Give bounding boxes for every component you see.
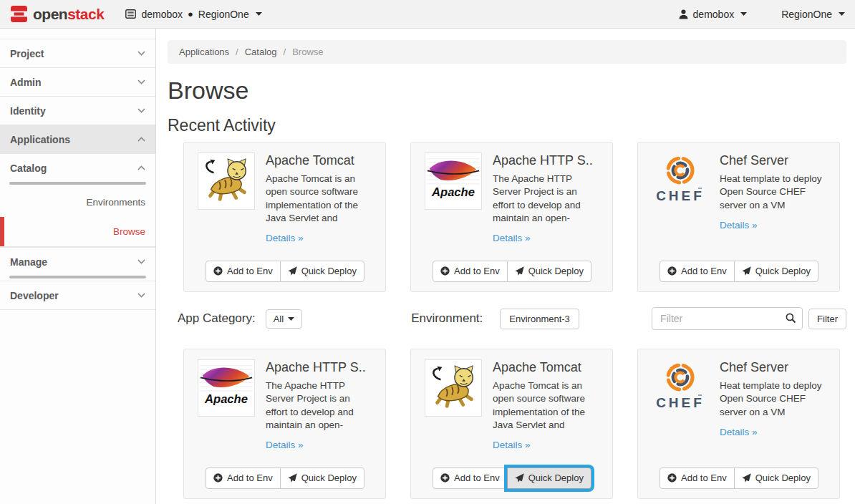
project-region-switcher[interactable]: demobox ● RegionOne bbox=[125, 9, 261, 20]
app-card-actions: Add to EnvQuick Deploy bbox=[425, 261, 599, 282]
environment-selector-button[interactable]: Environment-3 bbox=[500, 309, 579, 329]
breadcrumb-item-browse: Browse bbox=[292, 47, 323, 57]
openstack-brand[interactable]: openstack bbox=[10, 5, 104, 23]
sidebar-item-developer[interactable]: Developer bbox=[0, 281, 155, 309]
app-card-apache-tomcat: Apache TomcatApache Tomcat is an open so… bbox=[183, 142, 386, 292]
add-to-env-label: Add to Env bbox=[681, 265, 727, 278]
app-description: Heat template to deploy Open Source CHEF… bbox=[720, 379, 826, 419]
sidebar-item-label: Admin bbox=[10, 77, 42, 88]
sidebar-item-browse[interactable]: Browse bbox=[0, 217, 155, 247]
details-link[interactable]: Details » bbox=[493, 440, 531, 450]
add-to-env-button[interactable]: Add to Env bbox=[660, 467, 735, 489]
add-to-env-button[interactable]: Add to Env bbox=[206, 261, 281, 282]
app-description: Apache Tomcat is an open source software… bbox=[493, 379, 599, 432]
chef-logo: CHEF bbox=[652, 152, 709, 210]
paper-plane-icon bbox=[515, 266, 524, 276]
app-description: The Apache HTTP Server Project is an eff… bbox=[266, 379, 372, 432]
user-menu[interactable]: demobox bbox=[679, 9, 748, 20]
sidebar-item-identity[interactable]: Identity bbox=[0, 96, 155, 125]
sidebar-item-catalog[interactable]: Catalog bbox=[0, 153, 155, 182]
search-icon[interactable] bbox=[786, 313, 796, 324]
breadcrumb-item-applications[interactable]: Applications bbox=[179, 47, 229, 57]
svg-text:Apache: Apache bbox=[204, 392, 248, 406]
filter-button[interactable]: Filter bbox=[808, 309, 846, 329]
sidebar-item-project[interactable]: Project bbox=[0, 39, 155, 67]
app-category-value: All bbox=[274, 314, 284, 324]
app-category-dropdown[interactable]: All bbox=[266, 309, 302, 329]
paper-plane-icon bbox=[742, 266, 751, 276]
quick-deploy-label: Quick Deploy bbox=[528, 472, 584, 485]
add-to-env-button[interactable]: Add to Env bbox=[660, 261, 735, 282]
paper-plane-icon bbox=[515, 473, 524, 483]
region-name: RegionOne bbox=[781, 9, 832, 20]
main-content: Applications/Catalog/Browse Browse Recen… bbox=[157, 29, 855, 504]
plus-circle-icon bbox=[213, 473, 223, 483]
sidebar-item-label: Environments bbox=[86, 197, 145, 208]
breadcrumb-item-catalog[interactable]: Catalog bbox=[245, 47, 277, 57]
chef-logo: CHEF bbox=[652, 359, 709, 417]
app-description: The Apache HTTP Server Project is an eff… bbox=[493, 173, 599, 225]
app-card-apache-http-server: ApacheApache HTTP S..The Apache HTTP Ser… bbox=[183, 349, 386, 499]
details-link[interactable]: Details » bbox=[493, 233, 531, 243]
region-menu[interactable]: RegionOne bbox=[781, 9, 845, 20]
tomcat-logo bbox=[425, 359, 482, 417]
add-to-env-button[interactable]: Add to Env bbox=[206, 467, 281, 489]
sidebar-item-applications[interactable]: Applications bbox=[0, 125, 155, 153]
app-card-actions: Add to EnvQuick Deploy bbox=[198, 261, 372, 282]
recent-activity-row: Apache TomcatApache Tomcat is an open so… bbox=[168, 142, 846, 292]
app-card-body: Apache TomcatApache Tomcat is an open so… bbox=[493, 359, 599, 459]
quick-deploy-button[interactable]: Quick Deploy bbox=[280, 467, 364, 489]
context-region-name: RegionOne bbox=[198, 9, 249, 20]
app-card-body: Apache HTTP S..The Apache HTTP Server Pr… bbox=[493, 152, 599, 252]
app-card-body: Apache TomcatApache Tomcat is an open so… bbox=[266, 152, 372, 252]
details-link[interactable]: Details » bbox=[266, 233, 304, 243]
app-card-media: Apache TomcatApache Tomcat is an open so… bbox=[425, 359, 599, 459]
quick-deploy-button[interactable]: Quick Deploy bbox=[507, 261, 591, 282]
filter-input[interactable] bbox=[652, 307, 803, 330]
sidebar-item-label: Browse bbox=[113, 226, 145, 237]
quick-deploy-button[interactable]: Quick Deploy bbox=[734, 261, 818, 282]
sidebar-item-label: Developer bbox=[10, 290, 59, 301]
app-card-apache-tomcat: Apache TomcatApache Tomcat is an open so… bbox=[410, 349, 613, 499]
plus-circle-icon bbox=[667, 473, 677, 483]
app-card-media: Apache TomcatApache Tomcat is an open so… bbox=[198, 152, 372, 252]
sidebar-item-label: Identity bbox=[10, 105, 46, 117]
add-to-env-button[interactable]: Add to Env bbox=[433, 467, 508, 489]
app-category-label: App Category: bbox=[178, 311, 256, 326]
chevron-down-icon bbox=[137, 108, 145, 113]
top-navbar: openstack demobox ● RegionOne demobox bbox=[0, 0, 855, 29]
app-description: Heat template to deploy Open Source CHEF… bbox=[720, 173, 826, 212]
paper-plane-icon bbox=[288, 266, 297, 276]
sidebar-item-manage[interactable]: Manage bbox=[0, 247, 155, 276]
context-project-name: demobox bbox=[141, 9, 183, 20]
plus-circle-icon bbox=[440, 473, 450, 483]
quick-deploy-button[interactable]: Quick Deploy bbox=[280, 261, 364, 282]
chevron-down-icon bbox=[137, 259, 145, 264]
project-list-icon bbox=[125, 9, 136, 19]
svg-text:CHEF: CHEF bbox=[656, 188, 705, 203]
sidebar-item-admin[interactable]: Admin bbox=[0, 67, 155, 96]
user-icon bbox=[679, 9, 688, 19]
catalog-row: ApacheApache HTTP S..The Apache HTTP Ser… bbox=[168, 349, 846, 499]
app-card-media: CHEF Chef ServerHeat template to deploy … bbox=[652, 359, 826, 459]
sidebar-divider bbox=[9, 276, 146, 278]
details-link[interactable]: Details » bbox=[266, 440, 304, 450]
brand-text: openstack bbox=[33, 6, 104, 23]
svg-text:CHEF: CHEF bbox=[656, 395, 705, 410]
add-to-env-label: Add to Env bbox=[227, 265, 273, 278]
app-card-actions: Add to EnvQuick Deploy bbox=[652, 261, 826, 282]
paper-plane-icon bbox=[288, 473, 297, 483]
app-card-apache-http-server: ApacheApache HTTP S..The Apache HTTP Ser… bbox=[410, 142, 613, 292]
quick-deploy-label: Quick Deploy bbox=[528, 265, 584, 278]
breadcrumb-separator: / bbox=[236, 47, 238, 57]
recent-activity-heading: Recent Activity bbox=[168, 115, 846, 135]
quick-deploy-button[interactable]: Quick Deploy bbox=[507, 467, 591, 489]
user-name: demobox bbox=[693, 9, 735, 20]
apache-logo: Apache bbox=[425, 152, 482, 210]
add-to-env-button[interactable]: Add to Env bbox=[433, 261, 508, 282]
details-link[interactable]: Details » bbox=[720, 427, 758, 437]
sidebar-item-environments[interactable]: Environments bbox=[0, 187, 155, 217]
quick-deploy-button[interactable]: Quick Deploy bbox=[734, 467, 818, 489]
details-link[interactable]: Details » bbox=[720, 220, 758, 231]
app-description: Apache Tomcat is an open source software… bbox=[266, 173, 372, 225]
